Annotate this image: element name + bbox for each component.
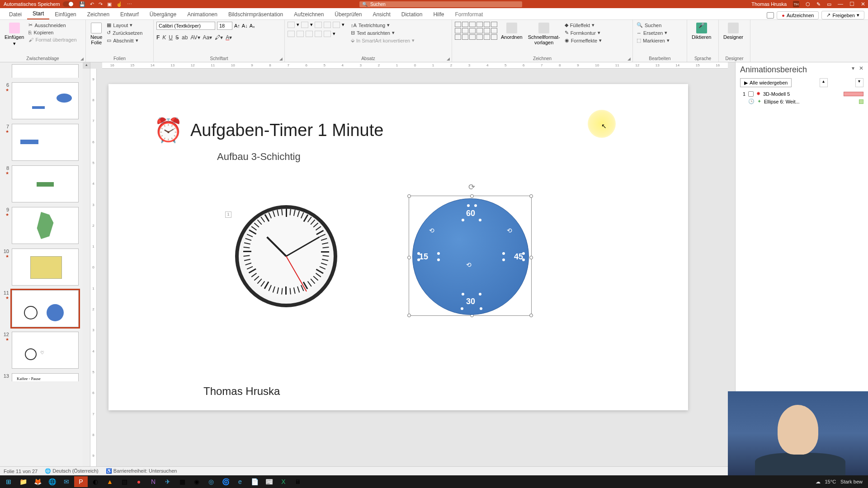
arrange-button[interactable]: Anordnen xyxy=(499,22,524,41)
system-tray[interactable]: ☁ 15°C Stark bew xyxy=(816,479,867,485)
move-down-button[interactable]: ▾ xyxy=(855,78,863,87)
slide-thumbnail-6[interactable]: 6★ xyxy=(2,82,81,119)
thumbnail-scrollbar[interactable]: ▴ ▾ xyxy=(83,62,90,474)
grow-font-icon[interactable]: A↑ xyxy=(234,23,240,28)
tab-aufzeichnen[interactable]: Aufzeichnen xyxy=(288,9,329,19)
touch-icon[interactable]: ☝ xyxy=(116,1,123,7)
align-justify-icon[interactable] xyxy=(315,31,322,37)
blue-circle-group-selected[interactable]: ⟳ 60 45 30 15 ⟲ ⟲ ⟲ xyxy=(410,186,532,307)
resize-handle[interactable] xyxy=(407,256,411,259)
slide-thumbnail-7[interactable]: 7★ xyxy=(2,124,81,161)
obs-icon[interactable]: ◉ xyxy=(190,476,203,487)
qat-more-icon[interactable]: ⋯ xyxy=(127,1,132,7)
pen-icon[interactable]: ✎ xyxy=(816,1,821,7)
highlight-button[interactable]: 🖍▾ xyxy=(215,34,223,41)
new-slide-button[interactable]: Neue Folie xyxy=(89,22,104,46)
section-button[interactable]: ▭Abschnitt▾ xyxy=(106,37,143,44)
app-icon[interactable]: ▦ xyxy=(175,476,189,487)
tab-formformat[interactable]: Formformat xyxy=(449,9,488,19)
slide-thumbnail-13[interactable]: 13Kaffee - Pause xyxy=(2,373,81,381)
cut-button[interactable]: ✂Ausschneiden xyxy=(28,22,77,28)
effects-button[interactable]: ◉Formeffekte▾ xyxy=(564,37,603,44)
dialog-launcher-icon[interactable]: ◢ xyxy=(80,56,84,61)
excel-icon[interactable]: X xyxy=(277,476,290,487)
text-align-button[interactable]: ⊟Text ausrichten▾ xyxy=(350,29,415,36)
spacing-button[interactable]: AV▾ xyxy=(190,34,200,41)
quick-styles-button[interactable]: Schnellformat- vorlagen xyxy=(526,22,562,46)
select-button[interactable]: ⬚Markieren▾ xyxy=(636,37,670,44)
shapes-gallery[interactable] xyxy=(455,22,497,40)
bullets-icon[interactable] xyxy=(288,22,295,28)
firefox-icon[interactable]: 🦊 xyxy=(31,476,44,487)
slide-subtitle[interactable]: Aufbau 3-Schichtig xyxy=(217,151,301,163)
app-icon[interactable]: 📰 xyxy=(262,476,276,487)
telegram-icon[interactable]: ✈ xyxy=(161,476,175,487)
dictate-button[interactable]: 🎤Diktieren xyxy=(690,22,713,41)
animation-item-1[interactable]: 1 ✸ 3D-Modell 5 xyxy=(740,90,863,98)
slide-thumbnail-5-partial[interactable] xyxy=(2,64,81,78)
bold-button[interactable]: F xyxy=(156,34,160,41)
minimize-button[interactable]: — xyxy=(838,1,843,7)
timeline-bar[interactable] xyxy=(844,92,863,96)
language-status[interactable]: 🌐 Deutsch (Österreich) xyxy=(45,468,99,474)
close-pane-icon[interactable]: ✕ xyxy=(859,65,863,71)
tab-hilfe[interactable]: Hilfe xyxy=(428,9,449,19)
app-icon[interactable]: 🌀 xyxy=(219,476,232,487)
designer-button[interactable]: Designer xyxy=(722,22,745,41)
slide-thumbnail-10[interactable]: 10★ xyxy=(2,249,81,286)
tab-start[interactable]: Start xyxy=(27,9,49,19)
app-icon[interactable]: ▧ xyxy=(118,476,131,487)
align-right-icon[interactable] xyxy=(306,31,313,37)
search-box[interactable]: 🔍 Suchen xyxy=(359,1,522,7)
font-name-combo[interactable]: Calibri (Textkörper) xyxy=(156,22,215,30)
move-up-button[interactable]: ▴ xyxy=(820,78,828,87)
slide-title[interactable]: ⏰ Aufgaben-Timer 1 Minute xyxy=(154,117,383,144)
sub-rotate-icon[interactable]: ⟲ xyxy=(429,227,434,234)
indent-inc-icon[interactable] xyxy=(324,22,331,28)
tab-animationen[interactable]: Animationen xyxy=(182,9,223,19)
dialog-launcher-icon[interactable]: ◢ xyxy=(627,56,631,61)
replace-button[interactable]: ↔Ersetzen▾ xyxy=(636,29,670,36)
paste-button[interactable]: Einfügen▾ xyxy=(3,22,26,47)
format-painter-button[interactable]: 🖌Format übertragen xyxy=(28,37,77,43)
tab-datei[interactable]: Datei xyxy=(4,9,27,19)
cloud-icon[interactable]: ⬡ xyxy=(806,1,810,7)
align-left-icon[interactable] xyxy=(288,31,295,37)
chrome-icon[interactable]: 🌐 xyxy=(45,476,59,487)
underline-button[interactable]: U xyxy=(169,34,173,41)
slide-info[interactable]: Folie 11 von 27 xyxy=(4,469,38,474)
line-spacing-icon[interactable] xyxy=(333,22,340,28)
sub-rotate-icon[interactable]: ⟲ xyxy=(507,227,512,234)
scroll-up-icon[interactable]: ▴ xyxy=(83,62,90,69)
record-button[interactable]: ●Aufzeichnen xyxy=(777,11,819,19)
shadow-button[interactable]: ab xyxy=(182,34,188,41)
present-icon[interactable]: ▣ xyxy=(107,1,112,7)
resize-handle[interactable] xyxy=(470,194,474,198)
resize-handle[interactable] xyxy=(529,194,533,198)
clock-3d-model[interactable] xyxy=(235,205,337,307)
tab-einfuegen[interactable]: Einfügen xyxy=(49,9,81,19)
align-center-icon[interactable] xyxy=(297,31,304,37)
powerpoint-icon[interactable]: P xyxy=(74,476,88,487)
slide-thumbnail-8[interactable]: 8★ xyxy=(2,165,81,202)
rotate-3d-handle-icon[interactable]: ⟳ xyxy=(468,182,475,192)
undo-icon[interactable]: ↶ xyxy=(90,1,94,7)
find-button[interactable]: 🔍Suchen xyxy=(636,22,670,28)
collapse-icon[interactable]: ▾ xyxy=(852,65,854,71)
smartart-button[interactable]: ⬙In SmartArt konvertieren▾ xyxy=(350,37,415,44)
accessibility-status[interactable]: ♿ Barrierefreiheit: Untersuchen xyxy=(106,468,177,474)
tab-zeichnen[interactable]: Zeichnen xyxy=(82,9,115,19)
play-all-button[interactable]: ▶Alle wiedergeben xyxy=(740,78,792,87)
notepad-icon[interactable]: 📄 xyxy=(248,476,261,487)
app-icon[interactable]: ● xyxy=(132,476,146,487)
tab-uebergaenge[interactable]: Übergänge xyxy=(144,9,182,19)
app-icon[interactable]: ◎ xyxy=(204,476,218,487)
vlc-icon[interactable]: ▲ xyxy=(103,476,117,487)
comments-icon[interactable] xyxy=(767,12,774,19)
explorer-icon[interactable]: 📁 xyxy=(16,476,30,487)
edge-icon[interactable]: e xyxy=(233,476,247,487)
save-icon[interactable]: 💾 xyxy=(79,1,85,7)
user-badge[interactable]: TH xyxy=(793,1,799,7)
redo-icon[interactable]: ↷ xyxy=(99,1,103,7)
user-name[interactable]: Thomas Hruska xyxy=(751,1,787,7)
